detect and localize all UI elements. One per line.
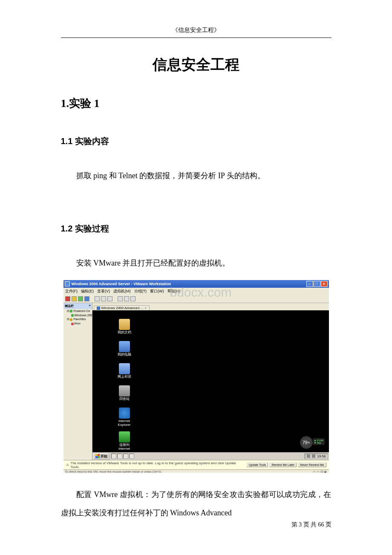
maximize-button[interactable]: □ <box>314 281 320 287</box>
menu-window[interactable]: 窗口(W) <box>150 289 164 294</box>
folder-icon <box>119 319 130 330</box>
toolbar <box>63 295 329 303</box>
network-icon <box>119 363 130 374</box>
tray-icon[interactable] <box>312 454 315 458</box>
desktop-ie[interactable]: Internet Explorer <box>114 408 135 427</box>
subsection-1-2-text-2: 配置 VMwre 虚拟机：为了使所有的网络安全攻击实验都可以成功完成，在虚拟上安… <box>61 486 331 522</box>
sidebar-item-favorites[interactable]: ⊟ Favorites <box>63 317 92 321</box>
main-area: Windows 2000 Advanced ... × 我的文档 我的电脑 网上… <box>92 303 329 460</box>
minimize-button[interactable]: – <box>306 281 313 287</box>
sidebar-item-powered[interactable]: ⊟ Powered On <box>63 309 92 313</box>
pause-button[interactable] <box>72 296 77 301</box>
menu-help[interactable]: 帮助(H) <box>167 289 181 294</box>
sidebar-item-win2k[interactable]: Windows 2000 Advanced S <box>63 313 92 317</box>
menu-view[interactable]: 查看(V) <box>97 289 110 294</box>
ql-icon[interactable] <box>117 454 122 459</box>
notif-text: The installed version of VMware Tools is… <box>71 461 245 469</box>
recycle-icon <box>119 385 130 396</box>
close-button[interactable]: × <box>321 281 328 287</box>
power-icon <box>70 310 72 312</box>
sidebar-header: 侧边栏 × <box>63 303 92 309</box>
window-buttons: – □ × <box>306 281 328 287</box>
guest-tray: 19:56 <box>305 454 328 459</box>
subsection-1-2-text-1: 安装 VMware 并且打开已经配置好的虚拟机。 <box>61 255 331 272</box>
status-icons: ▢ ▢ 回 ▣ <box>313 470 327 473</box>
poweroff-button[interactable] <box>65 296 70 301</box>
manage-button[interactable] <box>107 296 112 301</box>
ie-icon <box>119 408 130 419</box>
page-header: 《信息安全工程》 <box>0 0 392 34</box>
vm-icon <box>71 314 74 317</box>
tab-guest[interactable]: Windows 2000 Advanced ... × <box>94 305 150 310</box>
guest-taskbar: 开始 19:56 <box>92 452 329 460</box>
menu-edit[interactable]: 编辑(E) <box>81 289 94 294</box>
menu-vm[interactable]: 虚拟机(M) <box>113 289 131 294</box>
unity-button[interactable] <box>124 296 129 301</box>
subsection-1-1-heading: 1.1 实验内容 <box>61 136 331 147</box>
revert-button[interactable] <box>101 296 106 301</box>
menu-file[interactable]: 文件(F) <box>65 289 78 294</box>
menubar: 文件(F) 编辑(E) 查看(V) 虚拟机(M) 分组(T) 窗口(W) 帮助(… <box>63 288 329 295</box>
tray-icon[interactable] <box>307 454 310 458</box>
subsection-1-1-text: 抓取 ping 和 Telnet 的数据报，并简要分析 IP 头的结构。 <box>61 168 331 185</box>
ql-icon[interactable] <box>123 454 128 459</box>
desktop-connect[interactable]: 连接到 Internet <box>114 431 135 451</box>
linux-icon <box>71 323 74 325</box>
reset-button[interactable] <box>84 296 89 301</box>
sidebar: 侧边栏 × ⊟ Powered On Windows 2000 Advanced… <box>63 303 92 460</box>
sidebar-item-linux[interactable]: linux <box>63 321 92 325</box>
tab-icon <box>97 306 100 310</box>
notification-bar: ⚠ The installed version of VMware Tools … <box>63 460 329 469</box>
sidebar-title: 侧边栏 <box>65 304 74 308</box>
page-footer: 第 3 页 共 66 页 <box>291 521 332 529</box>
windows-flag-icon <box>95 454 100 458</box>
view-button[interactable] <box>130 296 135 301</box>
header-rule <box>61 38 331 38</box>
header-text: 《信息安全工程》 <box>172 27 220 33</box>
widget-speed: ▲ 0.1kb ▼ 0kb <box>313 438 325 445</box>
guest-clock: 19:56 <box>317 454 326 458</box>
page-current: 3 <box>299 521 302 528</box>
tab-close[interactable]: × <box>144 306 147 310</box>
favorites-icon <box>70 318 72 321</box>
status-text: To direct input to this VM, move the mou… <box>65 470 162 473</box>
window-title: Windows 2000 Advanced Server - VMware Wo… <box>72 282 171 286</box>
desktop-network[interactable]: 网上邻居 <box>114 363 135 379</box>
desktop-mydocs[interactable]: 我的文档 <box>114 319 135 335</box>
widget-percent: 79% <box>300 436 313 449</box>
ql-icon[interactable] <box>129 454 134 459</box>
remind-later-button[interactable]: Remind Me Later <box>269 462 297 467</box>
never-remind-button[interactable]: Never Remind Me <box>298 462 326 467</box>
vm-body: 侧边栏 × ⊟ Powered On Windows 2000 Advanced… <box>63 303 329 460</box>
sidebar-close[interactable]: × <box>89 304 90 308</box>
guest-start-button[interactable]: 开始 <box>93 453 110 460</box>
content-area: 信息安全工程 1.实验 1 1.1 实验内容 抓取 ping 和 Telnet … <box>61 55 331 523</box>
vm-titlebar: Windows 2000 Advanced Server - VMware Wo… <box>63 280 329 288</box>
vmware-screenshot: bdocx.com Windows 2000 Advanced Server -… <box>63 280 329 473</box>
desktop-mycomputer[interactable]: 我的电脑 <box>114 341 135 357</box>
ql-icon[interactable] <box>111 454 116 459</box>
guest-quicklaunch <box>111 454 134 459</box>
app-icon <box>65 281 70 286</box>
document-title: 信息安全工程 <box>61 55 331 75</box>
update-tools-button[interactable]: Update Tools <box>247 462 268 467</box>
statusbar: To direct input to this VM, move the mou… <box>63 469 329 473</box>
desktop-recycle[interactable]: 回收站 <box>114 385 135 401</box>
menu-group[interactable]: 分组(T) <box>134 289 147 294</box>
guest-desktop[interactable]: 我的文档 我的电脑 网上邻居 回收站 Internet Explorer 连接到… <box>92 310 329 460</box>
tabbar: Windows 2000 Advanced ... × <box>92 303 329 310</box>
net-widget: 79% ▲ 0.1kb ▼ 0kb <box>300 436 326 449</box>
subsection-1-2-heading: 1.2 实验过程 <box>61 223 331 234</box>
fullscreen-button[interactable] <box>118 296 123 301</box>
section-heading: 1.实验 1 <box>61 96 331 111</box>
page-total: 66 <box>318 521 324 528</box>
tab-label: Windows 2000 Advanced ... <box>101 306 144 310</box>
computer-icon <box>119 341 130 352</box>
play-button[interactable] <box>78 296 83 301</box>
snapshot-button[interactable] <box>95 296 100 301</box>
connect-icon <box>119 431 130 442</box>
